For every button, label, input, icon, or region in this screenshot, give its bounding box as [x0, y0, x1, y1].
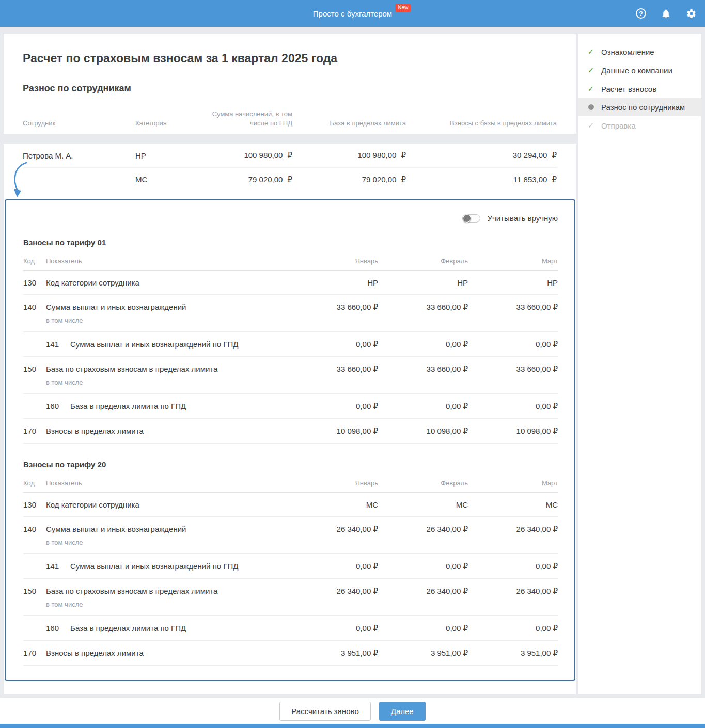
table-row: 140 Сумма выплат и иных вознаграждений в…	[23, 295, 558, 332]
month-value: 26 340,00 ₽	[378, 525, 468, 534]
row-label: 141Сумма выплат и иных вознаграждений по…	[46, 562, 288, 571]
table-row[interactable]: Петрова М. А. НР 100 980,00₽ 100 980,00₽…	[23, 144, 557, 167]
row-code: 130	[23, 500, 46, 509]
sidebar-item-dannye-o-kompanii[interactable]: ✓ Данные о компании	[578, 61, 701, 80]
row-code: 160	[46, 624, 59, 632]
gear-icon[interactable]	[686, 8, 697, 19]
row-code: 150	[23, 365, 46, 373]
next-button[interactable]: Далее	[379, 702, 426, 721]
col-base: База в пределах лимита	[292, 119, 406, 128]
row-label: Код категории сотрудника	[46, 278, 288, 287]
month-value: 10 098,00 ₽	[378, 426, 468, 436]
month-value: 33 660,00 ₽	[288, 303, 378, 312]
check-icon: ✓	[587, 121, 595, 130]
row-code: 170	[23, 426, 46, 435]
month-value: 26 340,00 ₽	[468, 587, 558, 596]
table-row: 170 Взносы в пределах лимита 10 098,00 ₽…	[23, 419, 558, 444]
manual-toggle[interactable]	[462, 214, 480, 223]
month-value: 33 660,00 ₽	[288, 365, 378, 374]
row-label: Код категории сотрудника	[46, 500, 288, 509]
col-month-mar: Март	[468, 479, 558, 487]
page-title: Расчет по страховым взносам за 1 квартал…	[23, 34, 557, 66]
month-value: 33 660,00 ₽	[468, 303, 558, 312]
row-code: 150	[23, 587, 46, 595]
currency-sign: ₽	[552, 175, 557, 184]
row-label: Сумма выплат и иных вознаграждений в том…	[46, 303, 288, 324]
month-value: 0,00 ₽	[378, 562, 468, 571]
col-category: Категория	[135, 119, 208, 128]
sidebar-item-raschet-vznosov[interactable]: ✓ Расчет взносов	[578, 80, 701, 98]
table-row: 130 Код категории сотрудника НР НР НР	[23, 271, 558, 295]
app-title: Просто с бухгалтером	[313, 9, 392, 18]
row-label: База по страховым взносам в пределах лим…	[46, 587, 288, 608]
tariff-section-title: Взносы по тарифу 20	[23, 460, 558, 469]
month-value: 26 340,00 ₽	[288, 525, 378, 534]
row-label: 160База в пределах лимита по ГПД	[46, 624, 288, 632]
month-value: 26 340,00 ₽	[288, 587, 378, 596]
col-indicator: Показатель	[46, 479, 288, 487]
col-employee: Сотрудник	[23, 119, 135, 128]
sidebar-item-label: Данные о компании	[601, 66, 672, 75]
expand-arrow-icon	[9, 161, 29, 201]
bell-icon[interactable]	[661, 8, 671, 19]
col-code: Код	[23, 257, 46, 265]
currency-sign: ₽	[552, 151, 557, 160]
table-row: 141Сумма выплат и иных вознаграждений по…	[23, 554, 558, 579]
month-value: МС	[378, 500, 468, 509]
col-month-mar: Март	[468, 257, 558, 265]
month-value: 3 951,00 ₽	[288, 648, 378, 658]
row-label: Взносы в пределах лимита	[46, 648, 288, 657]
row-code: 160	[46, 402, 59, 410]
check-icon: ✓	[587, 66, 595, 75]
col-accruals: Сумма начислений, в том числе по ГПД	[208, 109, 292, 128]
employee-rows: Петрова М. А. НР 100 980,00₽ 100 980,00₽…	[4, 144, 576, 191]
col-contributions: Взносы с базы в пределах лимита	[406, 119, 557, 128]
row-label: Сумма выплат и иных вознаграждений в том…	[46, 525, 288, 546]
sidebar-item-otpravka[interactable]: ✓ Отправка	[578, 116, 701, 135]
manual-toggle-row: Учитывать вручную	[6, 200, 574, 225]
employee-detail-panel: Учитывать вручную Взносы по тарифу 01 Ко…	[5, 199, 575, 681]
row-label: 160База в пределах лимита по ГПД	[46, 402, 288, 410]
col-month-feb: Февраль	[378, 257, 468, 265]
row-code: 130	[23, 278, 46, 287]
accruals-value: 100 980,00₽	[208, 151, 292, 160]
bottom-accent-strip	[0, 724, 705, 728]
month-value: 0,00 ₽	[378, 340, 468, 349]
category-value: МС	[135, 175, 208, 184]
contributions-value: 11 853,00₽	[406, 175, 557, 184]
month-value: 0,00 ₽	[468, 562, 558, 571]
month-value: НР	[288, 278, 378, 287]
month-value: НР	[468, 278, 558, 287]
accruals-value: 79 020,00₽	[208, 175, 292, 184]
month-value: 3 951,00 ₽	[468, 648, 558, 658]
row-sublabel: в том числе	[46, 378, 288, 386]
row-sublabel: в том числе	[46, 600, 288, 608]
month-value: 0,00 ₽	[378, 402, 468, 411]
month-value: 0,00 ₽	[288, 402, 378, 411]
app-title-wrap: Просто с бухгалтером New	[313, 9, 392, 18]
separator	[4, 134, 576, 144]
sidebar-item-oznakomlenie[interactable]: ✓ Ознакомление	[578, 42, 701, 61]
month-value: МС	[288, 500, 378, 509]
employee-table-header: Сотрудник Категория Сумма начислений, в …	[23, 109, 557, 134]
month-value: 0,00 ₽	[468, 402, 558, 411]
employee-name: Петрова М. А.	[23, 151, 135, 160]
footer-actions: Рассчитать заново Далее	[0, 698, 705, 724]
col-month-feb: Февраль	[378, 479, 468, 487]
month-value: 0,00 ₽	[378, 624, 468, 633]
currency-sign: ₽	[287, 151, 292, 160]
table-row[interactable]: МС 79 020,00₽ 79 020,00₽ 11 853,00₽	[23, 167, 557, 191]
topbar-icons: ?	[636, 0, 697, 27]
recalculate-button[interactable]: Рассчитать заново	[279, 702, 370, 721]
row-label: 141Сумма выплат и иных вознаграждений по…	[46, 340, 288, 349]
table-row: 150 База по страховым взносам в пределах…	[23, 357, 558, 394]
row-code: 140	[23, 303, 46, 311]
sidebar-item-raznos-po-sotrudnikam[interactable]: Разнос по сотрудникам	[578, 98, 701, 116]
contributions-value: 30 294,00₽	[406, 151, 557, 160]
month-value: 0,00 ₽	[468, 340, 558, 349]
table-row: 150 База по страховым взносам в пределах…	[23, 579, 558, 616]
month-value: 0,00 ₽	[288, 624, 378, 633]
help-icon[interactable]: ?	[636, 8, 646, 19]
tariff-section-title: Взносы по тарифу 01	[23, 238, 558, 247]
toggle-knob	[463, 214, 471, 223]
